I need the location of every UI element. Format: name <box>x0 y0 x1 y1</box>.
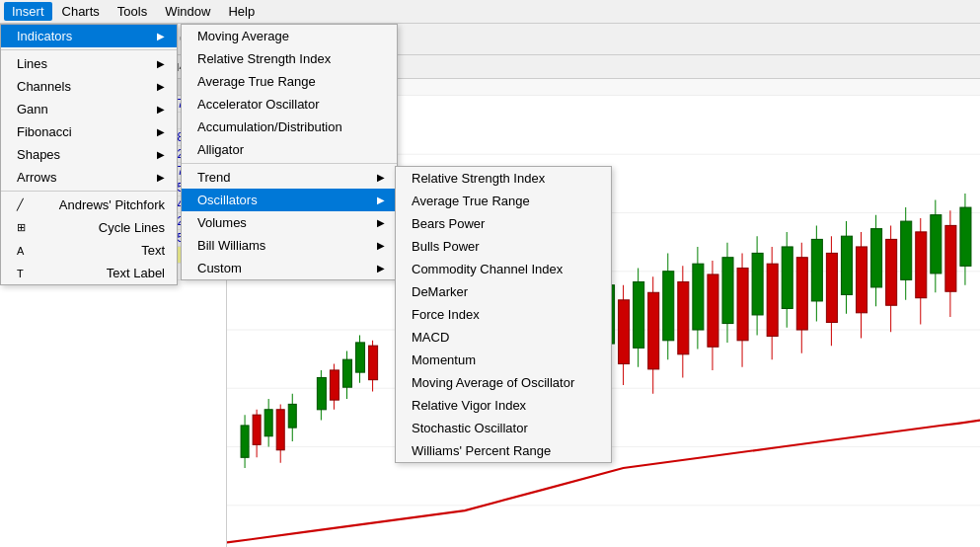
menu-help[interactable]: Help <box>220 2 263 21</box>
osc-bears-label: Bears Power <box>412 216 485 231</box>
lines-item[interactable]: Lines ▶ <box>1 52 177 75</box>
shapes-item[interactable]: Shapes ▶ <box>1 143 177 166</box>
svg-rect-23 <box>342 359 351 387</box>
channels-label: Channels <box>17 79 71 94</box>
osc-rsi-item[interactable]: Relative Strength Index <box>396 167 611 190</box>
svg-rect-93 <box>945 225 956 291</box>
arrows-label: Arrows <box>17 170 56 185</box>
osc-demarker-label: DeMarker <box>412 284 468 299</box>
gann-item[interactable]: Gann ▶ <box>1 98 177 120</box>
menu-window[interactable]: Window <box>157 2 218 21</box>
svg-rect-9 <box>241 426 249 457</box>
atr-item[interactable]: Average True Range <box>182 70 397 93</box>
menu-insert[interactable]: Insert <box>4 2 52 21</box>
custom-label: Custom <box>197 261 242 275</box>
osc-rvi-item[interactable]: Relative Vigor Index <box>396 394 611 417</box>
moving-average-item[interactable]: Moving Average <box>182 25 397 47</box>
acc-dist-item[interactable]: Accumulation/Distribution <box>182 116 397 138</box>
rsi-label-top: Relative Strength Index <box>197 51 331 66</box>
osc-stoch-item[interactable]: Stochastic Oscillator <box>396 417 611 439</box>
svg-rect-81 <box>857 247 867 313</box>
volumes-label: Volumes <box>197 215 247 230</box>
lines-label: Lines <box>17 56 47 71</box>
osc-williams-label: Williams' Percent Range <box>412 443 551 458</box>
svg-rect-15 <box>276 410 284 450</box>
text-item[interactable]: A Text <box>1 239 177 262</box>
svg-rect-95 <box>960 207 971 266</box>
osc-mao-label: Moving Average of Oscillator <box>412 375 574 390</box>
osc-bulls-item[interactable]: Bulls Power <box>396 235 611 258</box>
andrews-icon: ╱ <box>17 198 24 211</box>
text-label-icon: T <box>17 268 24 279</box>
osc-stoch-label: Stochastic Oscillator <box>412 421 528 435</box>
bill-williams-label: Bill Williams <box>197 238 265 253</box>
osc-bears-item[interactable]: Bears Power <box>396 212 611 235</box>
svg-rect-77 <box>826 253 837 322</box>
svg-rect-89 <box>916 232 927 298</box>
channels-item[interactable]: Channels ▶ <box>1 75 177 98</box>
bill-williams-arrow: ▶ <box>377 240 385 251</box>
oscillators-item[interactable]: Oscillators ▶ <box>182 189 397 211</box>
osc-force-item[interactable]: Force Index <box>396 303 611 326</box>
svg-rect-11 <box>253 415 261 444</box>
osc-atr-item[interactable]: Average True Range <box>396 190 611 212</box>
menu-bar: Insert Charts Tools Window Help <box>0 0 980 24</box>
channels-arrow: ▶ <box>157 81 165 92</box>
svg-rect-83 <box>871 229 882 287</box>
osc-momentum-item[interactable]: Momentum <box>396 349 611 371</box>
svg-rect-49 <box>619 300 630 364</box>
osc-cci-item[interactable]: Commodity Channel Index <box>396 258 611 280</box>
cycle-lines-item[interactable]: ⊞ Cycle Lines <box>1 216 177 239</box>
acc-osc-item[interactable]: Accelerator Oscillator <box>182 93 397 116</box>
bill-williams-item[interactable]: Bill Williams ▶ <box>182 234 397 257</box>
osc-demarker-item[interactable]: DeMarker <box>396 280 611 303</box>
svg-rect-19 <box>317 377 326 409</box>
shapes-arrow: ▶ <box>157 149 165 160</box>
svg-rect-17 <box>288 404 296 428</box>
fibonacci-item[interactable]: Fibonacci ▶ <box>1 120 177 143</box>
osc-rsi-label: Relative Strength Index <box>412 171 545 186</box>
osc-force-label: Force Index <box>412 307 480 322</box>
atr-label: Average True Range <box>197 74 316 89</box>
acc-osc-label: Accelerator Oscillator <box>197 97 320 112</box>
text-icon: A <box>17 245 24 257</box>
svg-rect-61 <box>708 274 718 347</box>
gann-label: Gann <box>17 102 48 117</box>
volumes-item[interactable]: Volumes ▶ <box>182 211 397 234</box>
menu-tools[interactable]: Tools <box>110 2 155 21</box>
menu-charts[interactable]: Charts <box>54 2 108 21</box>
fibonacci-arrow: ▶ <box>157 126 165 137</box>
osc-macd-label: MACD <box>412 330 449 345</box>
oscillators-label: Oscillators <box>197 193 258 207</box>
gann-arrow: ▶ <box>157 104 165 115</box>
custom-item[interactable]: Custom ▶ <box>182 257 397 279</box>
svg-rect-69 <box>767 264 778 336</box>
svg-rect-27 <box>369 346 378 379</box>
volumes-arrow: ▶ <box>377 217 385 228</box>
svg-rect-79 <box>841 236 852 294</box>
rsi-item-top[interactable]: Relative Strength Index <box>182 47 397 70</box>
trend-item[interactable]: Trend ▶ <box>182 166 397 189</box>
osc-williams-item[interactable]: Williams' Percent Range <box>396 439 611 462</box>
indicators-label: Indicators <box>17 29 72 43</box>
indicators-arrow: ▶ <box>157 31 165 41</box>
svg-rect-91 <box>931 215 942 274</box>
indicators-item[interactable]: Indicators ▶ <box>1 25 177 47</box>
alligator-item[interactable]: Alligator <box>182 138 397 161</box>
cycle-lines-icon: ⊞ <box>17 221 26 234</box>
svg-rect-85 <box>886 239 897 305</box>
trend-label: Trend <box>197 170 230 185</box>
text-label-label: Text Label <box>107 266 165 280</box>
arrows-item[interactable]: Arrows ▶ <box>1 166 177 189</box>
svg-rect-57 <box>678 282 689 354</box>
arrows-arrow: ▶ <box>157 172 165 183</box>
andrews-item[interactable]: ╱ Andrews' Pitchfork <box>1 194 177 216</box>
svg-rect-55 <box>663 272 674 341</box>
ind-sep <box>182 163 397 164</box>
fibonacci-label: Fibonacci <box>17 124 72 139</box>
osc-macd-item[interactable]: MACD <box>396 326 611 349</box>
osc-atr-label: Average True Range <box>412 194 530 208</box>
text-label-item[interactable]: T Text Label <box>1 262 177 284</box>
osc-mao-item[interactable]: Moving Average of Oscillator <box>396 371 611 394</box>
svg-rect-21 <box>330 370 339 400</box>
